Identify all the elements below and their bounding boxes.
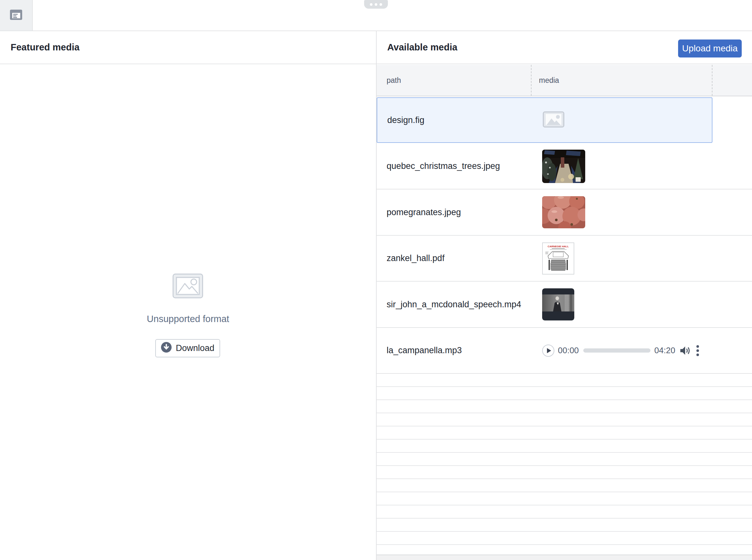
file-name: pomegranates.jpeg [387, 189, 461, 235]
empty-table-row [377, 492, 752, 505]
column-divider[interactable] [712, 65, 712, 96]
empty-table-row [377, 440, 752, 453]
video-thumbnail [542, 288, 574, 320]
audio-progress-bar[interactable] [583, 348, 651, 353]
photo-thumbnail [542, 149, 585, 183]
available-media-panel: Available media Upload media path media … [376, 31, 752, 560]
table-row-sir-john-speech[interactable]: sir_john_a_mcdonald_speech.mp4 [377, 282, 752, 328]
column-header-path[interactable]: path [387, 65, 401, 96]
audio-current-time: 00:00 [558, 345, 579, 356]
empty-table-row [377, 532, 752, 545]
available-media-header: Available media Upload media [377, 31, 752, 64]
empty-table-row [377, 374, 752, 387]
ellipsis-dot [380, 3, 382, 6]
file-name: la_campanella.mp3 [387, 328, 462, 373]
table-row-quebec-christmas-trees[interactable]: quebec_christmas_trees.jpeg [377, 143, 752, 189]
empty-rows [377, 374, 752, 545]
download-circle-icon [161, 342, 172, 355]
audio-duration: 04:20 [654, 345, 675, 356]
table-footer-strip [377, 555, 752, 560]
file-name: zankel_hall.pdf [387, 236, 444, 281]
available-media-title: Available media [387, 31, 457, 64]
image-placeholder-icon [543, 112, 564, 129]
panel-tab[interactable] [0, 0, 33, 31]
column-header-media[interactable]: media [539, 65, 559, 96]
empty-table-row [377, 505, 752, 519]
column-divider[interactable] [531, 65, 532, 96]
more-options-pill[interactable] [364, 0, 388, 9]
top-bar [0, 0, 752, 31]
empty-table-row [377, 400, 752, 413]
file-name: quebec_christmas_trees.jpeg [387, 143, 500, 189]
empty-table-row [377, 466, 752, 479]
ellipsis-dot [370, 3, 372, 6]
table-row-design-fig[interactable]: design.fig [377, 97, 712, 143]
download-button[interactable]: Download [155, 339, 220, 357]
empty-table-row [377, 387, 752, 400]
photo-thumbnail [542, 196, 585, 228]
table-row-la-campanella[interactable]: la_campanella.mp3 00:00 04:20 [377, 328, 752, 374]
kebab-menu-icon[interactable] [696, 345, 699, 356]
featured-media-header: Featured media [0, 31, 376, 64]
empty-table-row [377, 453, 752, 466]
empty-table-row [377, 413, 752, 426]
upload-media-button[interactable]: Upload media [678, 40, 742, 58]
speaker-icon[interactable] [680, 346, 690, 355]
image-placeholder-icon [173, 274, 203, 300]
featured-media-title: Featured media [11, 31, 79, 64]
empty-table-row [377, 519, 752, 532]
empty-table-row [377, 479, 752, 492]
file-name: design.fig [387, 98, 425, 142]
document-panel-icon [9, 9, 22, 21]
media-table-header: path media [377, 65, 752, 96]
pdf-thumbnail: CARNEGIE HALL [542, 242, 574, 275]
unsupported-format-message: Unsupported format [0, 314, 376, 324]
featured-media-panel: Featured media Unsupported format Downlo… [0, 31, 376, 560]
ellipsis-dot [375, 3, 377, 6]
play-icon [547, 348, 551, 353]
play-button[interactable] [542, 344, 554, 357]
audio-player: 00:00 04:20 [542, 328, 699, 373]
table-row-pomegranates[interactable]: pomegranates.jpeg [377, 189, 752, 236]
download-button-label: Download [176, 343, 214, 353]
empty-table-row [377, 426, 752, 440]
file-name: sir_john_a_mcdonald_speech.mp4 [387, 282, 521, 327]
table-row-zankel-hall[interactable]: zankel_hall.pdf CARNEGIE HALL [377, 236, 752, 282]
